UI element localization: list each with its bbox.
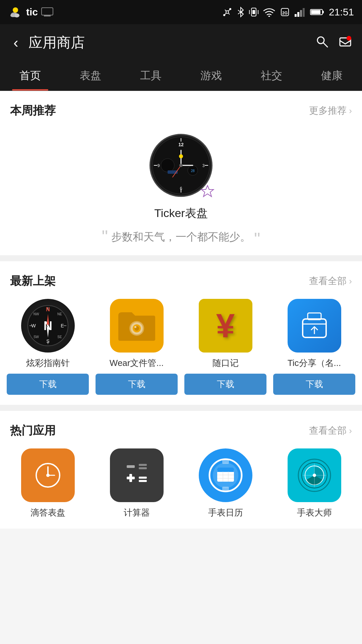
new-apps-grid: N S E W NW NE SW SE [0, 296, 362, 405]
master-svg [296, 457, 333, 494]
compass-icon[interactable]: N S E W NW NE SW SE [21, 299, 75, 353]
status-bar: tic [0, 0, 362, 24]
svg-rect-90 [222, 459, 229, 464]
tab-tools[interactable]: 工具 [121, 61, 181, 91]
new-apps-arrow: › [349, 276, 352, 286]
list-item: ¥ 随口记 下载 [184, 299, 266, 395]
status-right: 2G 21:51 [222, 6, 354, 18]
svg-point-97 [313, 474, 316, 477]
svg-rect-91 [222, 487, 229, 491]
svg-text:SE: SE [57, 335, 62, 339]
notification-dot [347, 36, 351, 41]
svg-marker-45 [201, 185, 214, 197]
folder-icon[interactable] [110, 299, 164, 353]
battery-icon [310, 8, 324, 16]
new-apps-more-link[interactable]: 查看全部 › [309, 275, 352, 287]
list-item: N S E W NW NE SW SE [7, 299, 89, 395]
folder-svg [117, 309, 157, 342]
tab-games[interactable]: 游戏 [181, 61, 241, 91]
featured-app-icon[interactable]: 12 3 6 9 28 [147, 132, 215, 199]
svg-text:6: 6 [180, 186, 182, 191]
featured-badge-icon [200, 185, 215, 199]
svg-text:9: 9 [158, 163, 160, 168]
share-svg [298, 309, 331, 342]
svg-rect-89 [217, 468, 234, 472]
calendar-svg [207, 457, 244, 494]
download-btn-compass[interactable]: 下载 [7, 374, 89, 395]
svg-rect-79 [139, 477, 147, 479]
hot-apps-more-link[interactable]: 查看全部 › [309, 424, 352, 437]
yuan-icon[interactable]: ¥ [199, 299, 252, 353]
svg-line-24 [323, 43, 327, 47]
svg-rect-76 [139, 467, 147, 469]
svg-text:NE: NE [57, 312, 62, 316]
svg-rect-19 [303, 8, 305, 17]
new-apps-title: 最新上架 [10, 273, 56, 289]
svg-point-3 [10, 14, 15, 17]
new-apps-header: 最新上架 查看全部 › [0, 261, 362, 296]
wifi-icon [263, 7, 275, 17]
svg-point-66 [134, 326, 136, 328]
svg-rect-4 [42, 8, 53, 15]
app-name-calculator: 计算器 [124, 507, 150, 519]
svg-rect-5 [44, 15, 51, 16]
dialer-icon[interactable] [21, 448, 75, 502]
status-app-name: tic [26, 6, 38, 18]
app-name-filemanager: Wear文件管... [110, 357, 164, 369]
bluetooth-icon [237, 7, 244, 17]
new-apps-section: 最新上架 查看全部 › N S E W NW [0, 261, 362, 405]
svg-point-44 [179, 154, 183, 158]
hot-apps-title: 热门应用 [10, 423, 56, 438]
featured-header: 本周推荐 更多推荐 › [0, 91, 362, 125]
app-name-compass: 炫彩指南针 [26, 357, 70, 369]
svg-text:12: 12 [178, 142, 184, 147]
list-item: Tic分享（名... 下载 [273, 299, 355, 395]
notification-button[interactable] [339, 35, 352, 50]
hot-apps-arrow: › [349, 426, 352, 436]
satellite-icon [222, 7, 232, 17]
download-btn-ticshare[interactable]: 下载 [273, 374, 355, 395]
tab-home[interactable]: 首页 [0, 61, 60, 91]
svg-rect-75 [139, 464, 147, 466]
weather-icon [8, 5, 23, 19]
hot-apps-grid: 滴答表盘 [0, 445, 362, 529]
divider-2 [0, 405, 362, 411]
svg-rect-18 [300, 10, 302, 17]
featured-app-area: 12 3 6 9 28 [0, 125, 362, 255]
svg-rect-78 [129, 474, 132, 482]
calc-svg [120, 459, 154, 492]
status-time: 21:51 [329, 6, 354, 18]
featured-more-link[interactable]: 更多推荐 › [309, 104, 352, 117]
tab-health[interactable]: 健康 [302, 61, 362, 91]
quote-close: " [254, 230, 260, 248]
featured-app-name: Ticker表盘 [0, 206, 362, 221]
hot-apps-section: 热门应用 查看全部 › 滴答表盘 [0, 411, 362, 529]
app-name-ticshare: Tic分享（名... [288, 357, 341, 369]
calc-icon[interactable] [110, 448, 164, 502]
svg-text:E: E [61, 323, 64, 328]
download-btn-notes[interactable]: 下载 [184, 374, 266, 395]
tab-watchface[interactable]: 表盘 [60, 61, 121, 91]
back-button[interactable]: ‹ [10, 31, 22, 54]
search-icon [315, 35, 328, 48]
svg-text:3: 3 [202, 163, 205, 168]
featured-quote: " 步数和天气，一个都不能少。 " [0, 229, 362, 245]
master-icon[interactable] [288, 448, 341, 502]
featured-more-arrow: › [349, 106, 352, 116]
svg-rect-17 [297, 12, 299, 17]
main-content: 本周推荐 更多推荐 › [0, 91, 362, 529]
search-button[interactable] [312, 31, 332, 54]
tab-social[interactable]: 社交 [241, 61, 302, 91]
calendar-icon[interactable] [199, 448, 252, 502]
svg-rect-22 [322, 11, 324, 13]
download-btn-filemanager[interactable]: 下载 [96, 374, 178, 395]
svg-point-73 [46, 474, 50, 477]
list-item: 手表大师 [273, 448, 355, 519]
svg-rect-80 [139, 480, 147, 482]
vibrate-icon [249, 7, 258, 17]
svg-text:28: 28 [191, 169, 195, 173]
header: ‹ 应用商店 [0, 24, 362, 61]
share-icon[interactable] [288, 299, 341, 353]
svg-point-8 [223, 14, 225, 16]
svg-point-13 [268, 16, 270, 17]
